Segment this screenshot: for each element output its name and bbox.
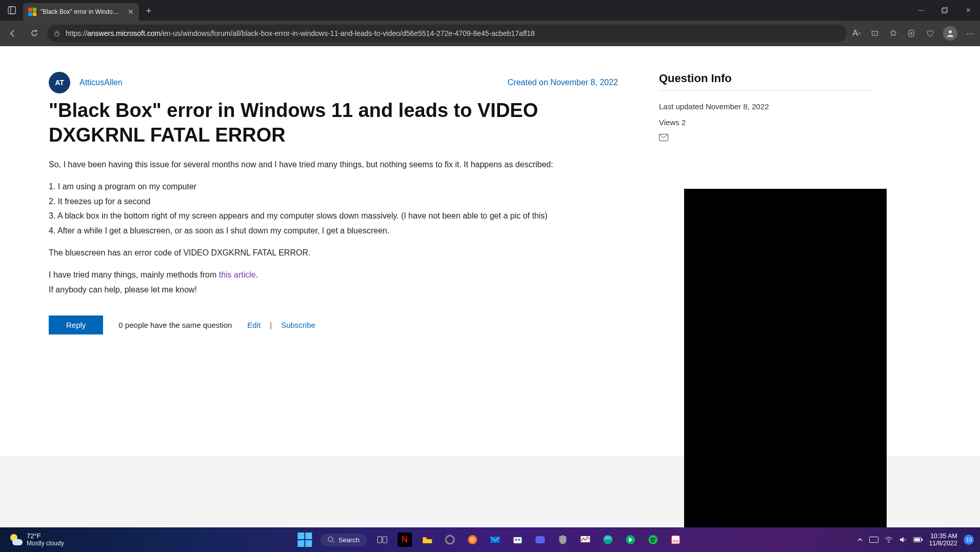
post-help-line: If anybody can help, please let me know! [49,284,618,297]
browser-tab[interactable]: "Black Box" error in Windows 11 ✕ [23,3,139,21]
taskbar-app-netflix-icon[interactable]: N [397,533,412,547]
post-tried-line: I have tried many things, mainly methods… [49,269,618,282]
url-text: https://answers.microsoft.com/en-us/wind… [66,29,535,37]
subscribe-link[interactable]: Subscribe [281,321,315,329]
black-box-overlay [684,189,887,527]
svg-rect-3 [943,8,948,12]
page-content: AT AtticusAllen Created on November 8, 2… [0,46,980,527]
tray-overflow-icon[interactable] [857,537,863,543]
weather-temp: 72°F [27,533,64,540]
author-link[interactable]: AtticusAllen [79,78,123,87]
favorites-icon[interactable] [888,28,899,39]
tab-close-button[interactable]: ✕ [128,8,134,16]
svg-rect-24 [581,536,590,542]
start-button[interactable] [297,533,312,547]
svg-point-18 [470,537,475,542]
taskbar-app-copilot-icon[interactable] [443,533,457,547]
profile-button[interactable] [943,26,957,41]
search-label: Search [338,536,359,544]
taskbar-app-security-icon[interactable] [555,533,570,547]
collections-icon[interactable] [906,28,917,39]
taskbar: 72°F Mostly cloudy Search N [0,527,980,552]
tray-volume-icon[interactable] [899,536,907,544]
svg-rect-4 [55,33,59,36]
tray-clock[interactable]: 10:35 AM 11/8/2022 [929,533,957,547]
window-maximize-button[interactable] [933,0,956,21]
new-tab-button[interactable]: ＋ [144,4,153,16]
views-count: Views 2 [659,118,874,127]
post-step-4: 4. After a while I get a bluescreen, or … [49,225,618,238]
taskbar-app-edge-icon[interactable] [601,533,615,547]
same-question-count: 0 people have the same question [118,321,232,329]
taskbar-app-mail-icon[interactable] [488,533,502,547]
microsoft-favicon [28,8,36,16]
svg-rect-34 [922,539,923,541]
post-step-3: 3. A black box in the bottom right of my… [49,210,618,223]
post-body: So, I have been having this issue for se… [49,159,618,296]
health-icon[interactable] [925,28,936,39]
svg-rect-14 [383,537,387,543]
svg-rect-23 [535,536,545,543]
svg-rect-21 [515,539,517,541]
svg-point-11 [328,537,332,542]
tray-time: 10:35 AM [929,533,957,540]
svg-rect-28 [671,536,679,544]
svg-rect-35 [914,538,920,541]
svg-rect-15 [423,537,426,539]
more-menu-button[interactable]: ⋯ [965,28,976,39]
svg-line-12 [332,541,334,543]
mail-icon[interactable] [659,134,874,141]
window-minimize-button[interactable]: — [909,0,933,21]
post-intro: So, I have been having this issue for se… [49,159,618,171]
window-close-button[interactable]: ✕ [956,0,980,21]
last-updated: Last updated November 8, 2022 [659,102,874,111]
task-view-icon[interactable] [375,533,389,547]
svg-point-32 [888,542,889,543]
taskbar-app-spotify-icon[interactable] [646,533,660,547]
tray-keyboard-icon[interactable] [869,537,878,543]
svg-rect-20 [513,537,522,543]
tray-battery-icon[interactable] [913,537,923,543]
svg-point-9 [949,30,952,33]
taskbar-app-store-icon[interactable] [510,533,525,547]
post-bsod-line: The bluescreen has an error code of VIDE… [49,247,618,260]
window-titlebar: "Black Box" error in Windows 11 ✕ ＋ — ✕ [0,0,980,21]
created-date: Created on November 8, 2022 [508,78,618,87]
nav-refresh-button[interactable] [26,25,43,42]
search-icon [327,536,334,543]
svg-rect-19 [490,537,499,543]
browser-toolbar: https://answers.microsoft.com/en-us/wind… [0,21,980,46]
taskbar-app-firefox-icon[interactable] [465,533,479,547]
svg-point-5 [874,33,875,34]
taskbar-search[interactable]: Search [320,534,367,546]
edit-link[interactable]: Edit [247,321,261,329]
this-article-link[interactable]: this article [219,270,256,279]
tray-wifi-icon[interactable] [885,536,893,544]
svg-rect-13 [377,537,382,543]
weather-widget[interactable]: 72°F Mostly cloudy [0,533,64,546]
tray-date: 11/8/2022 [929,540,957,547]
reply-button[interactable]: Reply [49,316,103,334]
address-bar[interactable]: https://answers.microsoft.com/en-us/wind… [47,25,847,42]
svg-point-27 [648,535,657,544]
post-step-1: 1. I am using a program on my computer [49,181,618,193]
taskbar-app-snip-icon[interactable] [668,533,683,547]
taskbar-app-generic-green-icon[interactable] [623,533,637,547]
taskbar-app-explorer-icon[interactable] [420,533,434,547]
svg-rect-22 [518,539,520,541]
tab-actions-button[interactable] [0,6,23,14]
shopping-icon[interactable] [869,28,881,39]
read-aloud-icon[interactable]: A» [851,28,862,39]
action-divider: | [270,321,272,329]
taskbar-app-monitor-icon[interactable] [578,533,592,547]
svg-rect-31 [870,537,878,543]
nav-back-button[interactable] [4,25,22,42]
taskbar-app-discord-icon[interactable] [533,533,547,547]
author-avatar[interactable]: AT [49,72,70,93]
site-info-lock-icon[interactable] [53,30,61,37]
tab-title: "Black Box" error in Windows 11 [41,8,123,15]
weather-icon [9,533,23,546]
notification-badge[interactable]: 10 [964,535,974,545]
svg-rect-2 [942,9,947,13]
svg-point-16 [446,536,454,544]
